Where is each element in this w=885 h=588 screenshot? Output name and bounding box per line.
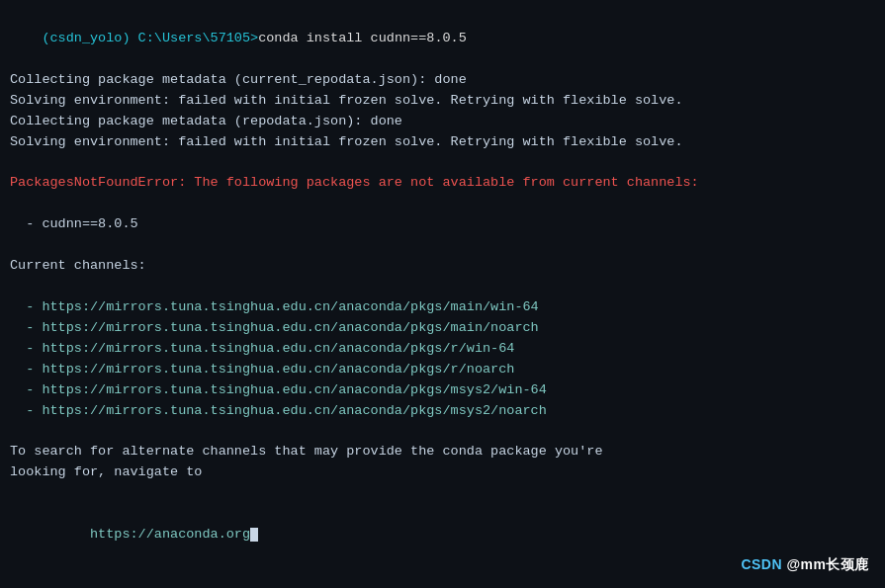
channel-6: - https://mirrors.tuna.tsinghua.edu.cn/a… [10, 401, 875, 422]
channel-4: - https://mirrors.tuna.tsinghua.edu.cn/a… [10, 360, 875, 380]
output-line-4: Solving environment: failed with initial… [10, 132, 875, 153]
search-message-1: To search for alternate channels that ma… [10, 442, 875, 462]
watermark: CSDN @mm长颈鹿 [741, 554, 869, 576]
prompt-prefix: (csdn_yolo) C:\Users\57105> [42, 31, 258, 45]
watermark-user: @mm长颈鹿 [786, 556, 869, 572]
package-item: - cudnn==8.0.5 [10, 214, 875, 235]
error-line: PackagesNotFoundError: The following pac… [10, 173, 875, 194]
error-text: PackagesNotFoundError: The following pac… [10, 175, 699, 190]
channel-1: - https://mirrors.tuna.tsinghua.edu.cn/a… [10, 297, 875, 318]
terminal-window: (csdn_yolo) C:\Users\57105>conda install… [0, 0, 885, 588]
command-line: (csdn_yolo) C:\Users\57105>conda install… [10, 8, 875, 70]
output-line-3: Collecting package metadata (repodata.js… [10, 112, 875, 132]
blank-6 [10, 483, 875, 504]
output-line-2: Solving environment: failed with initial… [10, 91, 875, 112]
cursor-block [250, 528, 258, 542]
search-message-2: looking for, navigate to [10, 462, 875, 483]
watermark-csdn: CSDN [741, 556, 782, 572]
blank-5 [10, 421, 875, 442]
command-text: conda install cudnn==8.0.5 [258, 31, 467, 45]
current-channels-label: Current channels: [10, 256, 875, 277]
anaconda-url: https://anaconda.org [42, 527, 250, 542]
channel-3: - https://mirrors.tuna.tsinghua.edu.cn/a… [10, 339, 875, 360]
channel-2: - https://mirrors.tuna.tsinghua.edu.cn/a… [10, 318, 875, 339]
blank-2 [10, 194, 875, 214]
channel-5: - https://mirrors.tuna.tsinghua.edu.cn/a… [10, 380, 875, 401]
blank-1 [10, 152, 875, 173]
output-line-1: Collecting package metadata (current_rep… [10, 70, 875, 91]
blank-3 [10, 235, 875, 256]
blank-4 [10, 277, 875, 297]
